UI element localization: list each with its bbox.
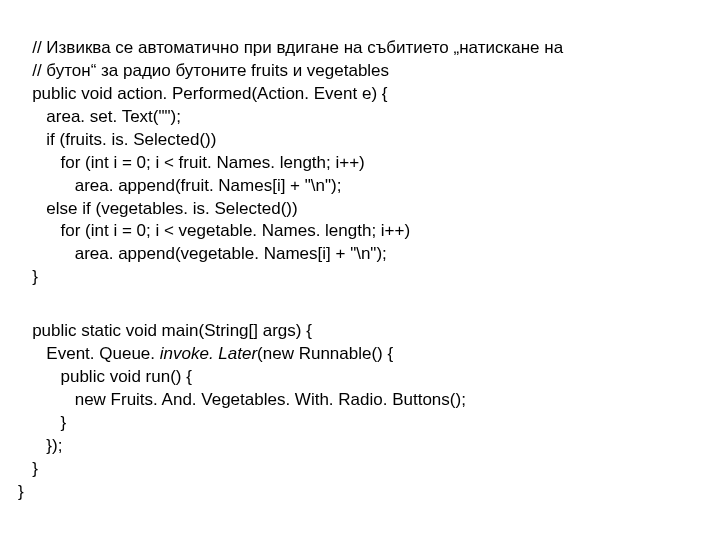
code-line: (new Runnable() { [257,344,393,363]
code-line: area. append(vegetable. Names[i] + "\n")… [18,244,387,263]
code-line: area. append(fruit. Names[i] + "\n"); [18,176,341,195]
code-line: Event. Queue. [18,344,160,363]
method-main: public static void main(String[] args) {… [18,320,710,504]
code-line: } [18,267,38,286]
code-line: for (int i = 0; i < vegetable. Names. le… [18,221,410,240]
code-line: public static void main(String[] args) { [18,321,312,340]
code-line: }); [18,436,62,455]
code-line: public void run() { [18,367,192,386]
code-line: if (fruits. is. Selected()) [18,130,216,149]
code-line: else if (vegetables. is. Selected()) [18,199,298,218]
code-italic: invoke. Later [160,344,257,363]
code-line: public void action. Performed(Action. Ev… [18,84,387,103]
code-line: // бутон“ за радио бутоните fruits и veg… [18,61,389,80]
code-line: } [18,482,24,501]
code-line: area. set. Text(""); [18,107,181,126]
code-line: } [18,413,66,432]
code-line: // Извиква се автоматично при вдигане на… [18,38,563,57]
code-line: } [18,459,38,478]
code-line: for (int i = 0; i < fruit. Names. length… [18,153,365,172]
method-actionPerformed: // Извиква се автоматично при вдигане на… [18,37,710,289]
code-slide: // Извиква се автоматично при вдигане на… [0,0,720,540]
code-line: new Fruits. And. Vegetables. With. Radio… [18,390,466,409]
